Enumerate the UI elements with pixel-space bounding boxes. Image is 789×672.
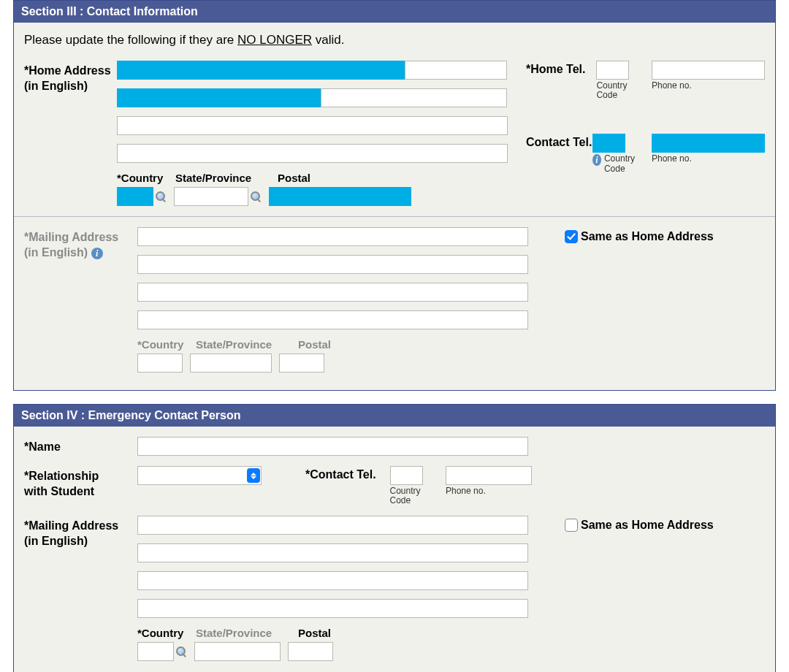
emergency-name-label: *Name — [24, 437, 137, 455]
relationship-select[interactable] — [137, 466, 262, 485]
emergency-mailing-label-l1: *Mailing Address — [24, 519, 137, 534]
home-address-row: *Home Address (in English) — [24, 61, 765, 206]
info-icon[interactable]: i — [592, 154, 601, 166]
home-tel-block: *Home Tel. Country Code Phone no. — [526, 61, 765, 181]
same-as-home-label: Same as Home Address — [581, 230, 714, 243]
section3-header: Section III : Contact Information — [14, 1, 775, 23]
home-state-label: State/Province — [175, 172, 270, 184]
mailing-country-input[interactable] — [137, 354, 183, 373]
mailing-addr-line4[interactable] — [137, 310, 528, 329]
mailing-addr-line2[interactable] — [137, 255, 528, 274]
emergency-mailing-label: *Mailing Address (in English) — [24, 516, 137, 549]
home-tel-phone[interactable] — [652, 61, 765, 80]
emergency-mailing-fields: *Country State/Province Postal — [137, 516, 532, 661]
section4-body: *Name *Relationship with Student *Contac… — [14, 427, 775, 672]
emergency-same-block: Same as Home Address — [546, 516, 765, 532]
mailing-address-label-l1: *Mailing Address — [24, 230, 137, 245]
mailing-address-fields: *Country State/Province Postal — [137, 227, 532, 373]
home-sub-fields — [117, 187, 511, 206]
mailing-state-input[interactable] — [190, 354, 272, 373]
section-contact-info: Section III : Contact Information Please… — [13, 0, 776, 391]
home-tel-label: *Home Tel. — [526, 61, 596, 76]
emergency-mailing-row: *Mailing Address (in English) *Country S… — [24, 516, 765, 661]
mailing-sub-labels: *Country State/Province Postal — [137, 338, 532, 351]
emergency-sub-fields — [137, 642, 532, 661]
home-addr-line1a[interactable] — [117, 61, 405, 80]
emergency-postal-label: Postal — [298, 627, 371, 639]
instruction-text: Please update the following if they are … — [24, 33, 765, 47]
home-address-label: *Home Address (in English) — [24, 61, 117, 94]
emergency-tel-phone[interactable] — [446, 466, 532, 485]
mailing-postal-input[interactable] — [279, 354, 324, 373]
emergency-state-input[interactable] — [194, 642, 281, 661]
home-address-label-l1: *Home Address — [24, 64, 117, 79]
section4-header: Section IV : Emergency Contact Person — [14, 405, 775, 427]
emergency-addr-line2[interactable] — [137, 543, 528, 562]
relationship-select-wrap — [137, 466, 262, 485]
lookup-icon[interactable] — [155, 191, 167, 202]
emergency-state-label: State/Province — [196, 627, 291, 639]
home-tel-row: *Home Tel. Country Code Phone no. — [526, 61, 765, 100]
relationship-label-l1: *Relationship — [24, 469, 137, 484]
emergency-contact-tel-label: *Contact Tel. — [305, 466, 390, 481]
home-state-input[interactable] — [174, 187, 248, 206]
emergency-tel-country-code[interactable] — [390, 466, 423, 485]
emergency-country-input[interactable] — [137, 642, 174, 661]
contact-tel-cc-label: Country Code — [604, 154, 644, 173]
home-sub-labels: *Country State/Province Postal — [117, 172, 511, 184]
divider — [14, 216, 775, 217]
lookup-icon[interactable] — [175, 646, 187, 657]
relationship-label-l2: with Student — [24, 484, 137, 500]
emergency-country-label: *Country — [137, 627, 188, 639]
mailing-addr-line3[interactable] — [137, 283, 528, 302]
section-emergency-contact: Section IV : Emergency Contact Person *N… — [13, 404, 776, 672]
emergency-same-as-home-checkbox[interactable] — [565, 519, 578, 532]
home-country-label: *Country — [117, 172, 168, 184]
home-addr-line2b[interactable] — [321, 88, 507, 107]
emergency-relationship-label: *Relationship with Student — [24, 466, 137, 500]
contact-tel-label: Contact Tel. — [526, 134, 592, 149]
home-tel-phone-label: Phone no. — [652, 81, 765, 91]
home-tel-country-code[interactable] — [596, 61, 629, 80]
mailing-address-row: *Mailing Address (in English) i *Country… — [24, 227, 765, 373]
mailing-country-label: *Country — [137, 338, 188, 351]
home-address-fields: *Country State/Province Postal — [117, 61, 511, 206]
home-tel-cc-label: Country Code — [596, 81, 644, 100]
contact-tel-country-code[interactable] — [592, 134, 625, 153]
contact-tel-phone[interactable] — [652, 134, 765, 153]
lookup-icon[interactable] — [250, 191, 262, 202]
emergency-relationship-row: *Relationship with Student *Contact Tel.… — [24, 466, 765, 505]
instruction-pre: Please update the following if they are — [24, 33, 237, 47]
home-postal-input[interactable] — [269, 187, 411, 206]
instruction-post: valid. — [312, 33, 344, 47]
emergency-name-input[interactable] — [137, 437, 528, 456]
emergency-addr-line4[interactable] — [137, 599, 528, 618]
instruction-underline: NO LONGER — [237, 33, 312, 47]
home-postal-label: Postal — [278, 172, 351, 184]
home-address-label-l2: (in English) — [24, 79, 117, 94]
emergency-sub-labels: *Country State/Province Postal — [137, 627, 532, 639]
emergency-same-as-home-label: Same as Home Address — [581, 519, 714, 532]
mailing-sub-fields — [137, 354, 532, 373]
section3-body: Please update the following if they are … — [14, 23, 775, 390]
emergency-tel-cc-label: Country Code — [390, 486, 438, 505]
emergency-addr-line1[interactable] — [137, 516, 528, 535]
home-addr-line2a[interactable] — [117, 88, 321, 107]
same-as-home-checkbox[interactable] — [565, 230, 578, 243]
mailing-address-label: *Mailing Address (in English) i — [24, 227, 137, 261]
mailing-addr-line1[interactable] — [137, 227, 528, 246]
home-addr-line3[interactable] — [117, 116, 508, 135]
emergency-name-row: *Name — [24, 437, 765, 456]
emergency-mailing-label-l2: (in English) — [24, 534, 137, 549]
emergency-tel-phone-label: Phone no. — [446, 486, 532, 496]
home-country-input[interactable] — [117, 187, 153, 206]
info-icon[interactable]: i — [91, 248, 103, 259]
home-addr-line4[interactable] — [117, 144, 508, 163]
mailing-state-label: State/Province — [196, 338, 291, 351]
emergency-postal-input[interactable] — [288, 642, 333, 661]
mailing-same-block: Same as Home Address — [546, 227, 765, 243]
mailing-postal-label: Postal — [298, 338, 371, 351]
mailing-address-label-l2: (in English) — [24, 246, 88, 259]
emergency-addr-line3[interactable] — [137, 571, 528, 590]
home-addr-line1b[interactable] — [405, 61, 507, 80]
